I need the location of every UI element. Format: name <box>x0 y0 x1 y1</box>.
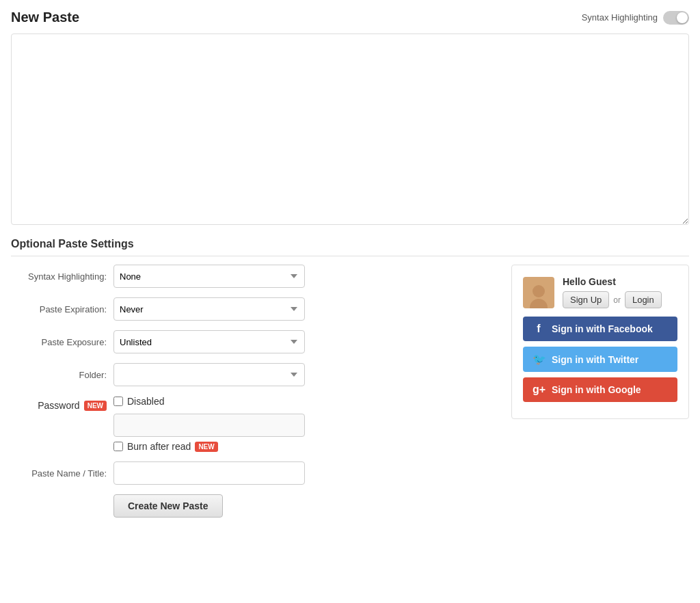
exposure-label: Paste Exposure: <box>11 337 107 347</box>
expiration-row: Paste Expiration: Never 10 Minutes 1 Hou… <box>11 297 498 321</box>
create-paste-button[interactable]: Create New Paste <box>113 494 223 518</box>
hello-text: Hello Guest <box>563 276 677 287</box>
google-signin-button[interactable]: g+ Sign in with Google <box>523 377 677 402</box>
settings-left: Syntax Highlighting: None Bash C C++ CSS… <box>11 265 498 518</box>
burn-label: Burn after read <box>127 441 191 452</box>
burn-new-badge: NEW <box>195 442 217 452</box>
facebook-icon: f <box>533 323 545 335</box>
folder-label: Folder: <box>11 370 107 380</box>
page-title: New Paste <box>11 10 79 25</box>
avatar-body <box>530 299 548 308</box>
google-label: Sign in with Google <box>552 384 641 395</box>
password-row: Password NEW Disabled <box>11 396 498 437</box>
guest-header: Hello Guest Sign Up or Login <box>523 276 677 308</box>
avatar <box>523 277 554 308</box>
folder-row: Folder: <box>11 363 498 386</box>
top-bar: New Paste Syntax Highlighting <box>11 10 689 25</box>
settings-right: Hello Guest Sign Up or Login f Sign in w… <box>511 265 689 419</box>
exposure-select[interactable]: Public Unlisted Private <box>113 330 305 353</box>
syntax-row: Syntax Highlighting: None Bash C C++ CSS… <box>11 265 498 288</box>
password-disabled-label: Disabled <box>127 396 164 407</box>
paste-textarea[interactable] <box>11 34 689 225</box>
password-label: Password <box>38 400 79 411</box>
syntax-select[interactable]: None Bash C C++ CSS HTML JavaScript Pyth… <box>113 265 305 288</box>
facebook-signin-button[interactable]: f Sign in with Facebook <box>523 317 677 341</box>
password-content-col: Disabled <box>113 396 498 437</box>
avatar-head <box>533 285 545 297</box>
guest-info: Hello Guest Sign Up or Login <box>563 276 677 308</box>
name-input[interactable] <box>113 461 305 485</box>
twitter-icon: 🐦 <box>533 353 545 366</box>
name-row: Paste Name / Title: <box>11 461 498 485</box>
login-button[interactable]: Login <box>625 291 662 308</box>
settings-layout: Syntax Highlighting: None Bash C C++ CSS… <box>11 265 689 518</box>
exposure-row: Paste Exposure: Public Unlisted Private <box>11 330 498 353</box>
expiration-select[interactable]: Never 10 Minutes 1 Hour 1 Day 1 Week 1 M… <box>113 297 305 321</box>
syntax-label: Syntax Highlighting: <box>11 271 107 282</box>
password-checkbox-row: Disabled <box>113 396 498 407</box>
google-icon: g+ <box>533 384 545 396</box>
settings-section-title: Optional Paste Settings <box>11 238 689 256</box>
or-text: or <box>613 295 621 305</box>
folder-select[interactable] <box>113 363 305 386</box>
burn-row: Burn after read NEW <box>113 441 498 452</box>
auth-buttons: Sign Up or Login <box>563 291 677 308</box>
password-checkbox[interactable] <box>113 397 123 406</box>
burn-checkbox[interactable] <box>113 442 123 451</box>
signup-button[interactable]: Sign Up <box>563 291 609 308</box>
avatar-figure <box>530 285 548 308</box>
syntax-highlighting-label: Syntax Highlighting <box>582 12 658 23</box>
expiration-label: Paste Expiration: <box>11 304 107 314</box>
name-label: Paste Name / Title: <box>11 468 107 479</box>
syntax-highlighting-toggle[interactable]: Syntax Highlighting <box>582 11 689 25</box>
syntax-toggle-switch[interactable] <box>663 11 689 25</box>
password-new-badge: NEW <box>84 401 107 411</box>
twitter-signin-button[interactable]: 🐦 Sign in with Twitter <box>523 347 677 372</box>
facebook-label: Sign in with Facebook <box>552 323 653 334</box>
password-label-col: Password NEW <box>11 396 107 411</box>
password-input[interactable] <box>113 414 305 437</box>
twitter-label: Sign in with Twitter <box>552 354 638 365</box>
